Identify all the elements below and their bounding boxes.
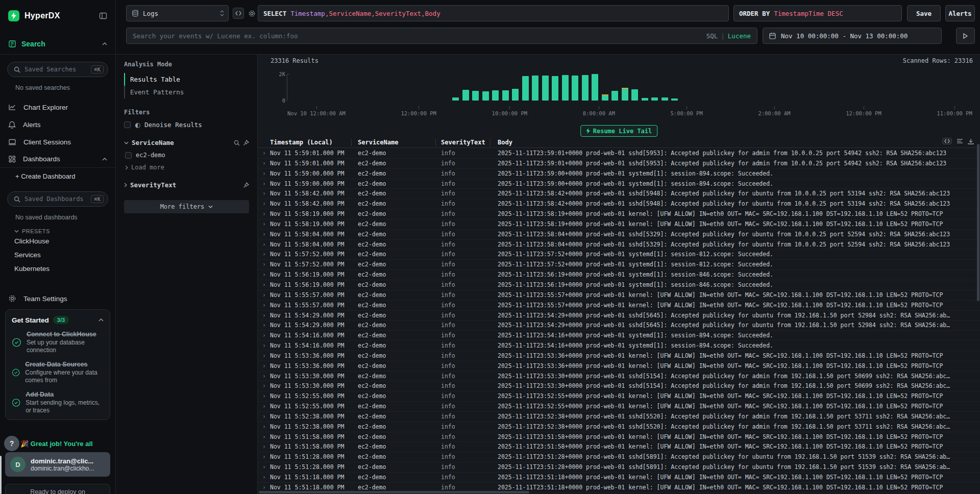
table-row[interactable]: › Nov 11 5:56:19.000 PM ec2-demo info 20… [258, 280, 980, 290]
table-row[interactable]: › Nov 11 5:58:42.000 PM ec2-demo info 20… [258, 199, 980, 209]
column-resize-handle[interactable] [435, 139, 436, 146]
presets-header[interactable]: PRESETS [14, 228, 115, 234]
chart-bar[interactable] [592, 74, 598, 101]
row-expand-chevron-icon[interactable]: › [262, 391, 266, 402]
event-search-input[interactable]: Search your events w/ Lucene ex. column:… [126, 28, 757, 44]
table-row[interactable]: › Nov 11 5:59:00.000 PM ec2-demo info 20… [258, 169, 980, 179]
column-resize-handle[interactable] [351, 139, 352, 146]
chart-bar[interactable] [611, 91, 618, 101]
chart-bar[interactable] [512, 89, 519, 101]
table-row[interactable]: › Nov 11 5:55:57.000 PM ec2-demo info 20… [258, 290, 980, 301]
ec2-demo-checkbox[interactable] [125, 152, 132, 159]
vertical-scrollbar[interactable] [977, 144, 979, 301]
settings-button[interactable] [246, 8, 257, 19]
row-expand-chevron-icon[interactable]: › [262, 311, 266, 321]
row-expand-chevron-icon[interactable]: › [262, 351, 266, 361]
table-row[interactable]: › Nov 11 5:54:29.000 PM ec2-demo info 20… [258, 320, 980, 331]
table-row[interactable]: › Nov 11 5:59:01.000 PM ec2-demo info 20… [258, 149, 980, 159]
row-expand-chevron-icon[interactable]: › [262, 432, 266, 442]
row-expand-chevron-icon[interactable]: › [262, 250, 266, 260]
row-expand-chevron-icon[interactable]: › [262, 452, 266, 462]
row-expand-chevron-icon[interactable]: › [262, 372, 266, 382]
sidebar-collapse-icon[interactable] [99, 12, 107, 20]
table-row[interactable]: › Nov 11 5:51:18.000 PM ec2-demo info 20… [258, 473, 980, 483]
row-expand-chevron-icon[interactable]: › [262, 240, 266, 250]
chart-bar[interactable] [671, 98, 678, 101]
table-row[interactable]: › Nov 11 5:54:16.000 PM ec2-demo info 20… [258, 341, 980, 351]
row-expand-chevron-icon[interactable]: › [262, 320, 266, 331]
chart-bar[interactable] [492, 90, 499, 101]
filter-group-servicename[interactable]: ServiceName [124, 139, 249, 146]
chart-bar[interactable] [472, 91, 479, 101]
table-row[interactable]: › Nov 11 5:53:36.000 PM ec2-demo info 20… [258, 361, 980, 372]
row-expand-chevron-icon[interactable]: › [262, 442, 266, 452]
table-row[interactable]: › Nov 11 5:51:28.000 PM ec2-demo info 20… [258, 462, 980, 473]
sidebar-item-client-sessions[interactable]: Client Sessions [0, 133, 115, 151]
get-started-item[interactable]: Add Data Start sending logs, metrics, or… [12, 391, 104, 414]
chart-bar[interactable] [651, 97, 658, 101]
horizontal-scrollbar[interactable] [259, 491, 529, 493]
source-select[interactable]: Logs [126, 5, 229, 21]
row-expand-chevron-icon[interactable]: › [262, 361, 266, 372]
alerts-button[interactable]: Alerts [945, 5, 975, 21]
table-row[interactable]: › Nov 11 5:59:00.000 PM ec2-demo info 20… [258, 179, 980, 189]
row-expand-chevron-icon[interactable]: › [262, 219, 266, 230]
sidebar-item-team-settings[interactable]: Team Settings [0, 290, 115, 307]
table-row[interactable]: › Nov 11 5:54:29.000 PM ec2-demo info 20… [258, 311, 980, 321]
row-expand-chevron-icon[interactable]: › [262, 290, 266, 301]
sidebar-section-search[interactable]: Search [0, 34, 115, 55]
table-row[interactable]: › Nov 11 5:53:30.000 PM ec2-demo info 20… [258, 381, 980, 391]
row-expand-chevron-icon[interactable]: › [262, 230, 266, 240]
row-expand-chevron-icon[interactable]: › [262, 169, 266, 179]
row-expand-chevron-icon[interactable]: › [262, 260, 266, 270]
table-row[interactable]: › Nov 11 5:52:38.000 PM ec2-demo info 20… [258, 422, 980, 432]
chart-bar[interactable] [572, 76, 578, 101]
run-query-button[interactable] [956, 28, 975, 44]
resume-live-tail-button[interactable]: Resume Live Tail [580, 125, 658, 137]
table-row[interactable]: › Nov 11 5:58:04.000 PM ec2-demo info 20… [258, 240, 980, 250]
row-expand-chevron-icon[interactable]: › [262, 473, 266, 483]
col-severitytext[interactable]: SeverityText [441, 139, 485, 146]
table-row[interactable]: › Nov 11 5:58:19.000 PM ec2-demo info 20… [258, 219, 980, 230]
table-row[interactable]: › Nov 11 5:52:38.000 PM ec2-demo info 20… [258, 412, 980, 422]
filter-search-icon[interactable] [234, 140, 240, 146]
table-row[interactable]: › Nov 11 5:52:55.000 PM ec2-demo info 20… [258, 402, 980, 412]
chart-bar[interactable] [452, 97, 459, 101]
denoise-checkbox[interactable] [124, 121, 131, 128]
row-expand-chevron-icon[interactable]: › [262, 381, 266, 391]
saved-searches-input[interactable]: Saved Searches ⌘K [7, 62, 108, 77]
get-started-item[interactable]: Create Data Sources Configure where your… [12, 361, 104, 384]
table-row[interactable]: › Nov 11 5:51:28.000 PM ec2-demo info 20… [258, 452, 980, 462]
filter-group-severitytext[interactable]: SeverityText [124, 181, 249, 189]
lang-lucene[interactable]: Lucene [728, 32, 751, 40]
sidebar-item-alerts[interactable]: Alerts [0, 116, 115, 133]
row-expand-chevron-icon[interactable]: › [262, 199, 266, 209]
pin-icon[interactable] [243, 140, 249, 146]
sidebar-item-dashboards[interactable]: Dashboards [0, 151, 115, 168]
table-row[interactable]: › Nov 11 5:55:57.000 PM ec2-demo info 20… [258, 301, 980, 311]
row-expand-chevron-icon[interactable]: › [262, 462, 266, 473]
more-filters-button[interactable]: More filters [124, 200, 249, 213]
columns-code-button[interactable] [942, 138, 952, 144]
row-expand-chevron-icon[interactable]: › [262, 159, 266, 169]
chart-bar[interactable] [642, 98, 648, 101]
chart-bar[interactable] [552, 76, 558, 101]
table-row[interactable]: › Nov 11 5:58:19.000 PM ec2-demo info 20… [258, 209, 980, 219]
table-row[interactable]: › Nov 11 5:51:58.000 PM ec2-demo info 20… [258, 442, 980, 452]
col-timestamp[interactable]: Timestamp (Local) [270, 139, 333, 146]
chart-bar[interactable] [532, 76, 538, 101]
sidebar-scrollbar[interactable] [0, 456, 2, 494]
chevron-up-icon[interactable] [99, 318, 104, 322]
query-language-toggle[interactable]: SQL|Lucene [706, 32, 751, 40]
chart-bar[interactable] [562, 75, 569, 101]
sidebar-item-chart-explorer[interactable]: Chart Explorer [0, 98, 115, 116]
help-button[interactable]: ? [4, 436, 19, 451]
select-clause-input[interactable]: SELECT Timestamp ,ServiceName,SeverityTe… [258, 5, 729, 21]
mode-results-table[interactable]: Results Table [124, 73, 249, 86]
chart-bar[interactable] [602, 95, 608, 101]
get-started-item[interactable]: Connect to ClickHouse Set up your databa… [12, 331, 104, 354]
chart-bar[interactable] [622, 89, 628, 101]
row-expand-chevron-icon[interactable]: › [262, 149, 266, 159]
code-toggle-button[interactable] [233, 8, 244, 19]
col-body[interactable]: Body [498, 139, 512, 146]
